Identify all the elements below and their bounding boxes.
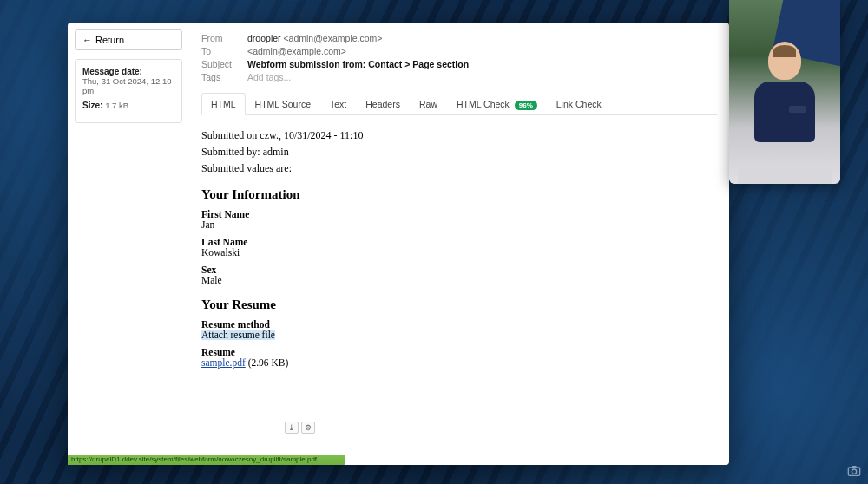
- subject-value: Webform submission from: Contact > Page …: [247, 57, 469, 70]
- meta-size-value: 1.7 kB: [105, 101, 128, 110]
- return-label: Return: [95, 35, 124, 45]
- heading-your-resume: Your Resume: [201, 298, 717, 312]
- footer-button-2[interactable]: ⚙: [301, 422, 315, 434]
- return-button[interactable]: ← Return: [75, 29, 182, 50]
- resume-label: Resume: [201, 347, 717, 357]
- tab-text[interactable]: Text: [320, 93, 356, 115]
- sidebar: ← Return Message date: Thu, 31 Oct 2024,…: [68, 23, 189, 465]
- browser-status-bar: https://drupalD1.ddev.site/system/files/…: [68, 455, 345, 465]
- add-tags-button[interactable]: Add tags...: [247, 70, 469, 83]
- to-address: <admin@example.com>: [247, 46, 346, 56]
- meta-date-value: Thu, 31 Oct 2024, 12:10 pm: [82, 76, 174, 95]
- view-tabs: HTML HTML Source Text Headers Raw HTML C…: [201, 92, 717, 115]
- from-key: From: [201, 31, 247, 44]
- last-name-value: Kowalski: [201, 247, 717, 258]
- heading-your-information: Your Information: [201, 187, 717, 202]
- message-body: Submitted on czw., 10/31/2024 - 11:10 Su…: [201, 115, 717, 378]
- message-meta-box: Message date: Thu, 31 Oct 2024, 12:10 pm…: [75, 59, 182, 123]
- presenter-figure: [754, 42, 815, 146]
- tab-headers[interactable]: Headers: [356, 93, 410, 115]
- message-headers: From droopler <admin@example.com> To <ad…: [201, 31, 469, 83]
- tab-raw[interactable]: Raw: [410, 93, 447, 115]
- resume-method-label: Resume method: [201, 319, 717, 330]
- tags-key: Tags: [201, 70, 247, 83]
- mail-window: ← Return Message date: Thu, 31 Oct 2024,…: [68, 23, 729, 465]
- html-check-badge: 96%: [515, 101, 537, 110]
- tab-html-source[interactable]: HTML Source: [246, 93, 320, 115]
- sex-label: Sex: [201, 265, 717, 275]
- first-name-value: Jan: [201, 219, 717, 230]
- sex-value: Male: [201, 275, 717, 285]
- tab-html-check-label: HTML Check: [457, 99, 510, 109]
- tab-html[interactable]: HTML: [201, 93, 246, 115]
- footer-small-buttons: ⤓ ⚙: [285, 422, 315, 434]
- resume-file-size: (2.96 KB): [246, 357, 289, 368]
- submitted-by: Submitted by: admin: [201, 146, 717, 159]
- submitted-values: Submitted values are:: [201, 162, 717, 175]
- svg-point-1: [852, 469, 856, 474]
- first-name-label: First Name: [201, 209, 717, 219]
- footer-button-1[interactable]: ⤓: [285, 422, 299, 434]
- resume-method-value: Attach resume file: [201, 330, 275, 340]
- last-name-label: Last Name: [201, 237, 717, 247]
- to-key: To: [201, 44, 247, 57]
- submitted-on: Submitted on czw., 10/31/2024 - 11:10: [201, 129, 717, 142]
- main-panel: From droopler <admin@example.com> To <ad…: [189, 23, 729, 465]
- camera-tray-icon[interactable]: [847, 465, 861, 477]
- subject-key: Subject: [201, 57, 247, 70]
- svg-rect-2: [852, 466, 856, 468]
- meta-size-label: Size:: [82, 101, 102, 110]
- from-name: droopler: [247, 33, 281, 43]
- tab-link-check[interactable]: Link Check: [547, 93, 611, 115]
- from-address: <admin@example.com>: [283, 33, 382, 43]
- resume-file-link[interactable]: sample.pdf: [201, 357, 246, 368]
- arrow-left-icon: ←: [82, 35, 92, 45]
- meta-date-label: Message date:: [82, 67, 174, 76]
- webcam-overlay: [729, 0, 840, 184]
- tab-html-check[interactable]: HTML Check 96%: [447, 93, 547, 115]
